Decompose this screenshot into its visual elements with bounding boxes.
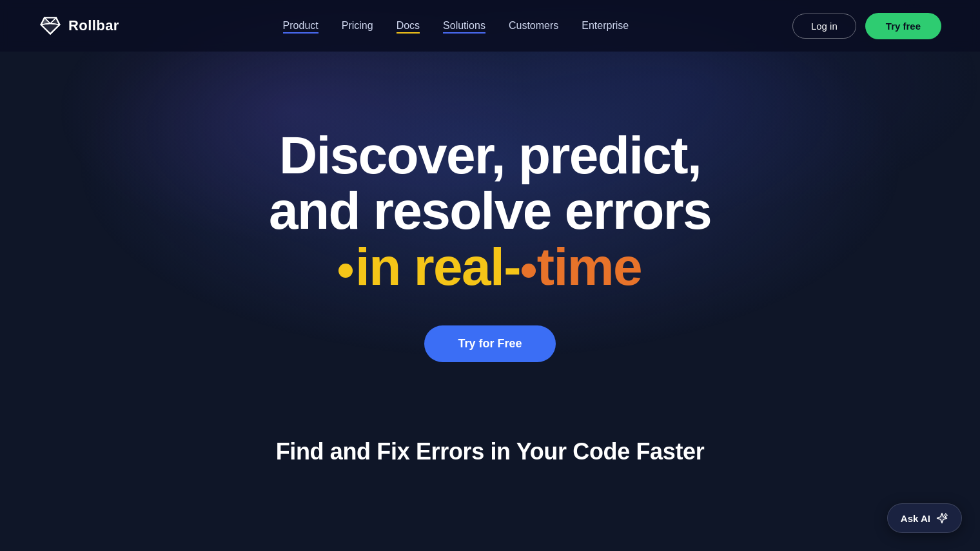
hero-heading-line1: Discover, predict,: [279, 126, 701, 184]
hero-section: Discover, predict, and resolve errors in…: [0, 52, 980, 425]
nav-link-enterprise[interactable]: Enterprise: [582, 20, 629, 31]
nav-links-list: Product Pricing Docs Solutions Customers…: [283, 20, 629, 32]
nav-item-enterprise: Enterprise: [582, 20, 629, 32]
ask-ai-button[interactable]: Ask AI: [887, 503, 962, 533]
nav-link-docs[interactable]: Docs: [397, 20, 420, 34]
nav-link-pricing[interactable]: Pricing: [342, 20, 373, 31]
dot-orange-decoration: [522, 264, 536, 278]
ask-ai-label: Ask AI: [901, 513, 930, 524]
nav-actions: Log in Try free: [792, 13, 941, 39]
login-button[interactable]: Log in: [792, 14, 856, 39]
nav-link-customers[interactable]: Customers: [509, 20, 558, 31]
logo-link[interactable]: Rollbar: [39, 14, 119, 37]
hero-time-text: time: [537, 237, 642, 296]
nav-link-product[interactable]: Product: [283, 20, 318, 34]
ask-ai-icon: [936, 512, 948, 525]
svg-marker-3: [41, 23, 60, 34]
nav-link-solutions[interactable]: Solutions: [443, 20, 485, 34]
hero-heading: Discover, predict, and resolve errors in…: [269, 128, 711, 294]
hero-cta-container: Try for Free: [424, 325, 555, 362]
subheading-title: Find and Fix Errors in Your Code Faster: [26, 438, 954, 465]
brand-name: Rollbar: [68, 17, 119, 34]
hero-heading-line2: and resolve errors: [269, 181, 711, 240]
subheading-section: Find and Fix Errors in Your Code Faster: [0, 425, 980, 491]
try-for-free-button[interactable]: Try for Free: [424, 325, 555, 362]
rollbar-logo-icon: [39, 14, 62, 37]
nav-item-docs: Docs: [397, 20, 420, 32]
try-free-button[interactable]: Try free: [865, 13, 941, 39]
hero-heading-line3: in real-time: [269, 239, 711, 295]
dot-yellow-decoration: [338, 264, 353, 278]
hero-in-text: in: [355, 237, 414, 296]
nav-item-customers: Customers: [509, 20, 558, 32]
nav-item-pricing: Pricing: [342, 20, 373, 32]
nav-item-solutions: Solutions: [443, 20, 485, 32]
hero-real-text: real-: [414, 237, 520, 296]
nav-item-product: Product: [283, 20, 318, 32]
navbar: Rollbar Product Pricing Docs Solutions C…: [0, 0, 980, 52]
